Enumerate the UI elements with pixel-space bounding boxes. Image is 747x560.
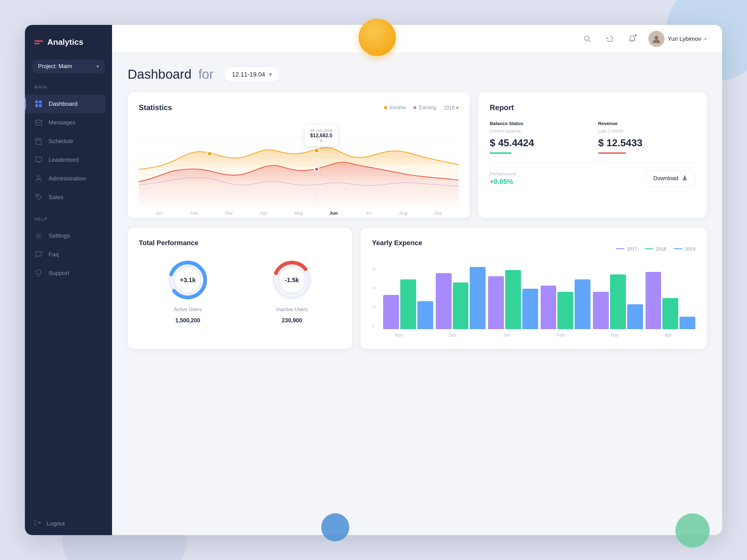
- y-label-0: 0: [372, 323, 376, 328]
- bar-mar-2017: [593, 292, 609, 329]
- avatar: [648, 31, 665, 47]
- x-label-jul: Jul: [351, 210, 386, 216]
- income-dot: [384, 106, 387, 109]
- svg-point-13: [37, 195, 38, 196]
- refresh-button[interactable]: [603, 33, 616, 45]
- sidebar-item-sales-label: Sales: [49, 194, 63, 201]
- x-label-apr: Apr: [642, 332, 695, 338]
- donut-row: +3.1k Active Users 1,500,200: [139, 258, 341, 324]
- sidebar-item-sales[interactable]: Sales: [25, 188, 112, 207]
- legend-2018-label: 2018: [656, 246, 666, 251]
- income-label: Income: [390, 105, 406, 110]
- inactive-donut-chart: -1.5k: [270, 258, 314, 302]
- legend-line-2017: [616, 248, 624, 249]
- stats-legend: Income Earning 2018 ▾: [384, 105, 459, 111]
- y-label-2k: 2k: [372, 286, 376, 290]
- bar-chart-wrapper: 3k 2k 1k 0: [372, 267, 695, 329]
- year-selector[interactable]: 2018 ▾: [443, 105, 459, 111]
- sidebar-item-messages[interactable]: Messages: [25, 113, 112, 132]
- date-range-selector[interactable]: 12.11-19.04 ▾: [224, 66, 280, 82]
- legend-2017-label: 2017: [627, 246, 637, 251]
- notification-button[interactable]: [626, 33, 638, 45]
- sidebar-item-leaderboard[interactable]: Leaderbord: [25, 151, 112, 169]
- bar-group-apr: [646, 267, 695, 329]
- active-users-count: 1,500,200: [175, 317, 200, 324]
- bg-orb-top: [359, 19, 396, 56]
- svg-point-25: [314, 149, 320, 153]
- x-label-may: May: [281, 210, 316, 216]
- svg-point-16: [585, 36, 589, 41]
- sidebar-item-dashboard[interactable]: Dashboard: [25, 95, 106, 113]
- sidebar-item-support[interactable]: Support: [25, 264, 112, 283]
- x-label-jan: Jan: [142, 210, 177, 216]
- dashboard-area: Dashboard for 12.11-19.04 ▾ Statistics: [112, 53, 722, 535]
- bar-mar-2019: [627, 304, 643, 329]
- sidebar-item-schedule[interactable]: Schedule: [25, 132, 112, 151]
- revenue-bar: [598, 153, 626, 154]
- report-title: Report: [490, 103, 695, 112]
- sidebar-item-faq[interactable]: Faq: [25, 245, 112, 264]
- date-chevron-icon: ▾: [269, 71, 272, 78]
- main-content: Yuri Lybimov ▾ Dashboard for 12.11-19.04…: [112, 25, 722, 535]
- calendar-icon: [34, 137, 43, 145]
- logout-icon: [34, 519, 41, 528]
- mail-icon: [34, 118, 43, 127]
- bar-nov-2019: [417, 301, 433, 329]
- bar-chart-x-labels: NovDecJanFebMarApr: [372, 332, 695, 338]
- sidebar-item-messages-label: Messages: [49, 119, 76, 126]
- sidebar-item-settings[interactable]: Settings: [25, 226, 112, 245]
- user-chevron-icon: ▾: [704, 36, 706, 42]
- bottom-row: Total Performance +3.1k: [128, 228, 706, 349]
- earning-label: Earning: [419, 105, 436, 110]
- performance-value: +0.05%: [490, 178, 516, 186]
- project-label: Project: Maim: [38, 63, 72, 70]
- app-container: Analytics Project: Maim ▾ MAIN Dashboard: [25, 25, 722, 535]
- statistics-card: Statistics Income Earning 2018: [128, 92, 470, 218]
- svg-point-26: [314, 167, 319, 171]
- svg-line-17: [588, 40, 590, 42]
- revenue-col: Revenue Last 2 month $ 12.5433: [598, 121, 695, 154]
- sidebar-item-administration-label: Administration: [49, 175, 86, 182]
- sidebar-item-administration[interactable]: Administration: [25, 169, 112, 188]
- yearly-legend: 2017 2018 2019: [616, 246, 695, 251]
- logout-button[interactable]: Logout: [25, 511, 112, 535]
- download-button[interactable]: Download: [646, 170, 695, 187]
- bg-orb-bottom-center: [321, 513, 349, 541]
- sidebar-logo: Analytics: [25, 37, 112, 59]
- total-performance-title: Total Performance: [139, 239, 341, 247]
- sidebar-item-settings-label: Settings: [49, 232, 70, 239]
- bar-group-jan: [488, 267, 538, 329]
- dashboard-header: Dashboard for 12.11-19.04 ▾: [128, 66, 706, 82]
- username: Yuri Lybimov: [668, 35, 701, 42]
- svg-rect-4: [35, 120, 42, 125]
- bar-jan-2017: [488, 276, 504, 329]
- balance-status-label: Balance Status: [490, 121, 587, 126]
- x-label-apr: Apr: [247, 210, 281, 216]
- user-menu[interactable]: Yuri Lybimov ▾: [648, 31, 706, 47]
- sidebar-item-faq-label: Faq: [49, 251, 59, 258]
- project-selector[interactable]: Project: Maim ▾: [32, 59, 105, 74]
- legend-line-2018: [645, 248, 653, 249]
- sidebar-item-schedule-label: Schedule: [49, 138, 73, 145]
- x-label-feb: Feb: [177, 210, 212, 216]
- line-chart-svg: [139, 119, 459, 207]
- chat-icon: [34, 250, 43, 259]
- bar-apr-2019: [679, 317, 695, 329]
- bar-jan-2019: [522, 289, 538, 329]
- svg-point-23: [207, 152, 212, 156]
- active-donut-chart: +3.1k: [166, 258, 209, 302]
- nav-main-label: MAIN: [25, 85, 112, 95]
- x-label-feb: Feb: [534, 332, 588, 338]
- nav-help-label: HELP: [25, 216, 112, 226]
- legend-2019: 2019: [674, 246, 695, 251]
- sidebar-item-support-label: Support: [49, 270, 70, 276]
- notification-badge: [634, 34, 637, 37]
- chart-x-labels: Jan Feb Mar Apr May Jun Jul Aug Sep: [139, 210, 459, 216]
- svg-point-12: [37, 176, 40, 179]
- search-button[interactable]: [581, 33, 594, 45]
- last-2-month-label: Last 2 month: [598, 129, 695, 133]
- income-legend: Income: [384, 105, 406, 110]
- page-title: Dashboard for: [128, 67, 216, 82]
- bar-apr-2017: [646, 272, 662, 329]
- report-performance: Performance +0.05% Download: [490, 170, 695, 187]
